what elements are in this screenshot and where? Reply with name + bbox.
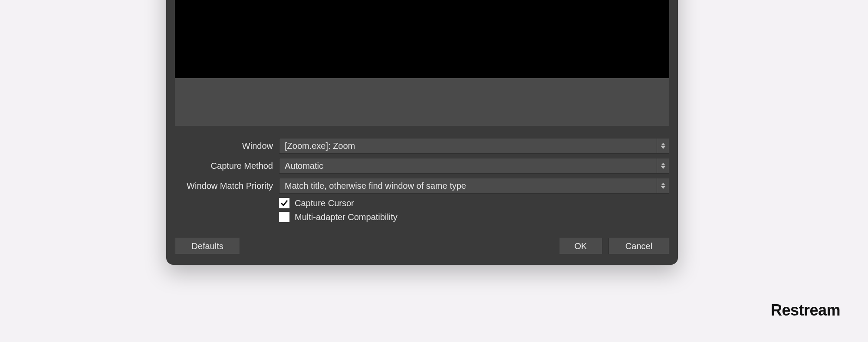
defaults-button[interactable]: Defaults bbox=[175, 238, 240, 254]
check-icon bbox=[280, 199, 288, 207]
capture-cursor-label: Capture Cursor bbox=[295, 198, 354, 208]
preview-strip bbox=[175, 78, 669, 126]
capture-method-label: Capture Method bbox=[175, 161, 279, 171]
ok-button[interactable]: OK bbox=[559, 238, 602, 254]
window-select[interactable]: [Zoom.exe]: Zoom bbox=[279, 138, 669, 154]
capture-form: Window [Zoom.exe]: Zoom Capture Method A… bbox=[175, 138, 669, 222]
window-row: Window [Zoom.exe]: Zoom bbox=[175, 138, 669, 154]
capture-method-row: Capture Method Automatic bbox=[175, 158, 669, 174]
updown-icon bbox=[657, 138, 669, 153]
window-capture-dialog: Window [Zoom.exe]: Zoom Capture Method A… bbox=[166, 0, 678, 265]
capture-method-select-value: Automatic bbox=[285, 161, 323, 171]
window-match-priority-select-value: Match title, otherwise find window of sa… bbox=[285, 181, 466, 191]
updown-icon bbox=[657, 158, 669, 173]
window-label: Window bbox=[175, 141, 279, 151]
capture-cursor-checkbox[interactable] bbox=[279, 198, 289, 208]
capture-method-select[interactable]: Automatic bbox=[279, 158, 669, 174]
capture-cursor-row: Capture Cursor bbox=[279, 198, 669, 208]
cancel-button[interactable]: Cancel bbox=[608, 238, 669, 254]
window-match-priority-select[interactable]: Match title, otherwise find window of sa… bbox=[279, 178, 669, 194]
window-match-priority-row: Window Match Priority Match title, other… bbox=[175, 178, 669, 194]
multi-adapter-row: Multi-adapter Compatibility bbox=[279, 212, 669, 222]
window-match-priority-label: Window Match Priority bbox=[175, 181, 279, 191]
multi-adapter-label: Multi-adapter Compatibility bbox=[295, 212, 398, 222]
updown-icon bbox=[657, 178, 669, 193]
dialog-button-bar: Defaults OK Cancel bbox=[175, 238, 669, 254]
multi-adapter-checkbox[interactable] bbox=[279, 212, 289, 222]
preview-area bbox=[175, 0, 669, 78]
window-select-value: [Zoom.exe]: Zoom bbox=[285, 141, 355, 151]
restream-watermark: Restream bbox=[771, 301, 840, 319]
